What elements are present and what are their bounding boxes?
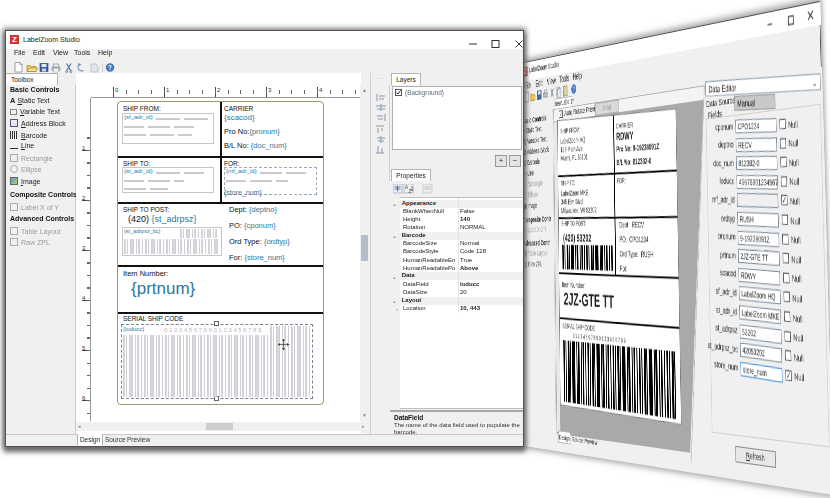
- svg-text:Z: Z: [409, 189, 412, 194]
- svg-text:?: ?: [108, 64, 112, 71]
